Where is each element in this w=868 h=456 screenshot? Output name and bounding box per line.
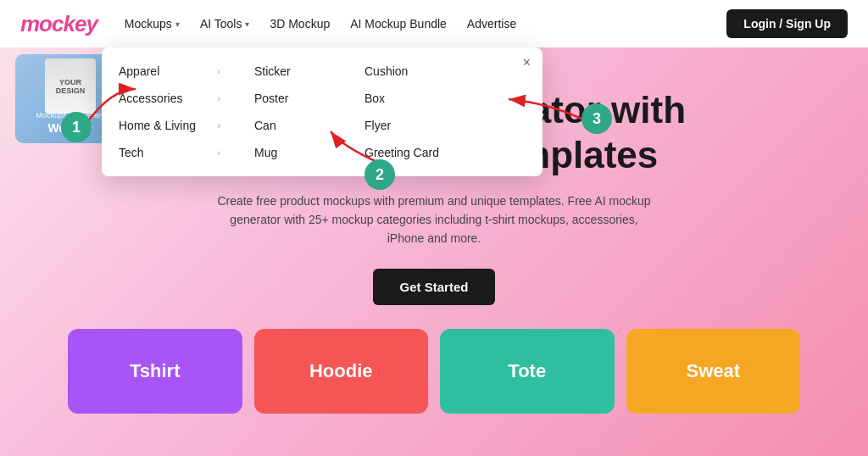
promo-design-label: YOUR DESIGN bbox=[45, 58, 96, 114]
category-sweat[interactable]: Sweat bbox=[626, 329, 801, 414]
dropdown-item-accessories[interactable]: Accessories › bbox=[102, 85, 237, 112]
dropdown-menu: × Apparel › Accessories › Home & Living … bbox=[102, 47, 542, 176]
login-button[interactable]: Login / Sign Up bbox=[726, 9, 848, 38]
dropdown-item-tech[interactable]: Tech › bbox=[102, 139, 237, 166]
dropdown-item-poster[interactable]: Poster bbox=[237, 85, 348, 112]
dropdown-item-box[interactable]: Box bbox=[348, 85, 458, 112]
get-started-button[interactable]: Get Started bbox=[373, 269, 496, 305]
annotation-3: 3 bbox=[581, 103, 612, 134]
dropdown-col-products2: Cushion Box Flyer Greeting Card bbox=[348, 47, 458, 176]
annotation-2: 2 bbox=[364, 159, 395, 190]
dropdown-item-sticker[interactable]: Sticker bbox=[237, 58, 348, 85]
dropdown-item-apparel[interactable]: Apparel › bbox=[102, 58, 237, 85]
chevron-down-icon: ▾ bbox=[245, 19, 249, 29]
chevron-right-icon: › bbox=[217, 93, 220, 103]
nav-ai-tools[interactable]: AI Tools ▾ bbox=[200, 17, 250, 31]
dropdown-right-cols: Sticker Poster Can Mug Cushion Box Flyer bbox=[237, 47, 542, 176]
dropdown-item-cushion[interactable]: Cushion bbox=[348, 58, 458, 85]
category-hoodie[interactable]: Hoodie bbox=[254, 329, 429, 414]
chevron-right-icon: › bbox=[217, 66, 220, 76]
dropdown-item-can[interactable]: Can bbox=[237, 112, 348, 139]
navbar: mockey Mockups ▾ AI Tools ▾ 3D Mockup AI… bbox=[0, 0, 868, 47]
annotation-1: 1 bbox=[61, 112, 92, 142]
category-row: Tshirt Hoodie Tote Sweat bbox=[0, 329, 868, 414]
category-tshirt[interactable]: Tshirt bbox=[68, 329, 242, 414]
nav-mockups[interactable]: Mockups ▾ bbox=[125, 17, 180, 31]
dropdown-item-mug[interactable]: Mug bbox=[237, 139, 348, 166]
nav-3d-mockup[interactable]: 3D Mockup bbox=[270, 17, 330, 31]
chevron-right-icon: › bbox=[217, 120, 220, 131]
category-tote[interactable]: Tote bbox=[440, 329, 615, 414]
nav-ai-bundle[interactable]: AI Mockup Bundle bbox=[350, 17, 447, 31]
hero-subtitle: Create free product mockups with premium… bbox=[214, 192, 654, 248]
chevron-right-icon: › bbox=[217, 147, 220, 158]
dropdown-item-flyer[interactable]: Flyer bbox=[348, 112, 458, 139]
dropdown-col-categories: Apparel › Accessories › Home & Living › … bbox=[102, 47, 237, 176]
dropdown-item-greeting-card[interactable]: Greeting Card bbox=[348, 139, 458, 166]
nav-advertise[interactable]: Advertise bbox=[467, 17, 516, 31]
close-icon[interactable]: × bbox=[523, 56, 531, 70]
logo[interactable]: mockey bbox=[20, 11, 97, 37]
chevron-down-icon: ▾ bbox=[175, 19, 180, 29]
nav-links: Mockups ▾ AI Tools ▾ 3D Mockup AI Mockup… bbox=[125, 17, 727, 31]
dropdown-col-products1: Sticker Poster Can Mug bbox=[237, 47, 348, 176]
dropdown-item-home-living[interactable]: Home & Living › bbox=[102, 112, 237, 139]
